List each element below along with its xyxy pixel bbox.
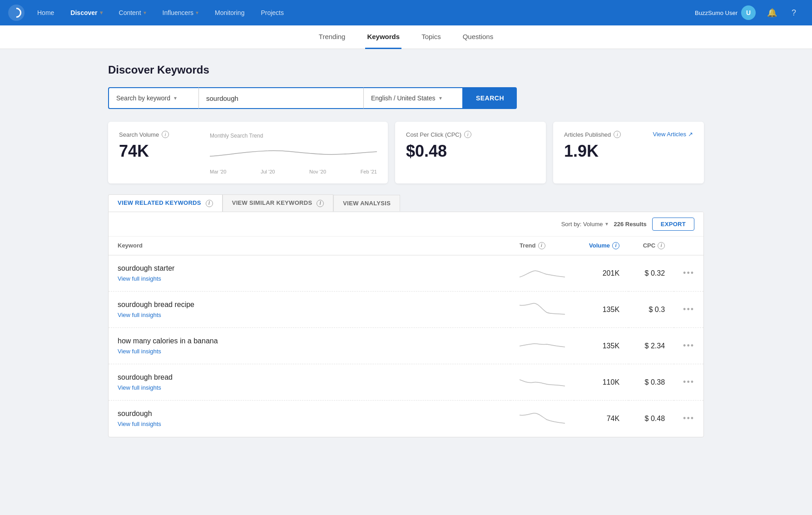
keywords-table: Keyword Trend i Volume i: [109, 237, 703, 437]
nav-item-discover[interactable]: Discover ▾: [62, 0, 110, 25]
notification-bell-icon[interactable]: 🔔: [761, 0, 783, 25]
volume-cell-2: 135K: [574, 328, 629, 364]
search-volume-info-icon[interactable]: i: [162, 131, 169, 138]
keyword-cell-4: sourdough View full insights: [109, 401, 510, 437]
row-more-icon-4[interactable]: •••: [683, 414, 694, 423]
col-header-actions: [674, 237, 703, 255]
articles-info-icon[interactable]: i: [614, 131, 621, 138]
more-actions-cell-3: •••: [674, 364, 703, 401]
locale-dropdown[interactable]: English / United States ▾: [363, 87, 463, 109]
search-type-dropdown[interactable]: Search by keyword ▾: [108, 87, 199, 109]
tab-keywords[interactable]: Keywords: [365, 25, 401, 49]
keyword-cell-0: sourdough starter View full insights: [109, 255, 510, 292]
keyword-name-3: sourdough bread: [118, 373, 501, 381]
cpc-info-icon[interactable]: i: [464, 131, 471, 138]
keyword-name-0: sourdough starter: [118, 264, 501, 272]
sort-by-control[interactable]: Sort by: Volume ▾: [561, 221, 609, 228]
similar-keywords-info-icon[interactable]: i: [317, 200, 324, 207]
volume-col-info-icon[interactable]: i: [612, 242, 619, 249]
search-bar: Search by keyword ▾ English / United Sta…: [108, 87, 517, 109]
nav-item-projects[interactable]: Projects: [253, 0, 292, 25]
discover-dropdown-icon: ▾: [100, 10, 103, 16]
articles-value: 1.9K: [564, 142, 693, 161]
external-link-icon: ↗: [688, 131, 693, 138]
table-toolbar: Sort by: Volume ▾ 226 Results EXPORT: [109, 212, 703, 237]
view-insights-link-1[interactable]: View full insights: [118, 312, 161, 318]
tab-related-keywords[interactable]: VIEW RELATED KEYWORDS i: [108, 194, 223, 212]
stats-row: Search Volume i 74K Monthly Search Trend…: [108, 122, 704, 183]
sparkline-1: [520, 301, 565, 317]
keyword-name-1: sourdough bread recipe: [118, 301, 501, 309]
cpc-cell-4: $ 0.48: [629, 401, 674, 437]
keyword-tabs: VIEW RELATED KEYWORDS i VIEW SIMILAR KEY…: [108, 194, 704, 212]
table-header-row: Keyword Trend i Volume i: [109, 237, 703, 255]
chart-x-labels: Mar '20 Jul '20 Nov '20 Feb '21: [210, 169, 377, 174]
help-icon[interactable]: ?: [783, 0, 805, 25]
trend-cell-4: [510, 401, 574, 437]
nav-item-content[interactable]: Content ▾: [111, 0, 154, 25]
trend-cell-2: [510, 328, 574, 364]
articles-label: Articles Published: [564, 131, 611, 138]
nav-item-monitoring[interactable]: Monitoring: [207, 0, 253, 25]
table-row: sourdough starter View full insights 201…: [109, 255, 703, 292]
row-more-icon-0[interactable]: •••: [683, 268, 694, 277]
chart-label: Monthly Search Trend: [210, 133, 377, 139]
nav-item-home[interactable]: Home: [29, 0, 62, 25]
search-input[interactable]: [199, 87, 363, 109]
user-name: BuzzSumo User: [695, 10, 738, 16]
page-title: Discover Keywords: [108, 64, 704, 76]
tab-view-analysis[interactable]: VIEW ANALYSIS: [333, 195, 400, 211]
col-header-volume: Volume i: [574, 237, 629, 255]
content-dropdown-icon: ▾: [144, 10, 146, 16]
user-menu[interactable]: BuzzSumo User U: [689, 5, 761, 20]
row-more-icon-2[interactable]: •••: [683, 341, 694, 350]
tab-trending[interactable]: Trending: [317, 25, 347, 49]
brand-logo: [7, 4, 25, 22]
table-row: how many calories in a banana View full …: [109, 328, 703, 364]
more-actions-cell-4: •••: [674, 401, 703, 437]
view-insights-link-2[interactable]: View full insights: [118, 348, 161, 355]
view-insights-link-4[interactable]: View full insights: [118, 421, 161, 427]
top-nav: Home Discover ▾ Content ▾ Influencers ▾ …: [0, 0, 812, 25]
col-header-keyword: Keyword: [109, 237, 510, 255]
more-actions-cell-1: •••: [674, 292, 703, 328]
keyword-name-2: how many calories in a banana: [118, 337, 501, 345]
tab-topics[interactable]: Topics: [420, 25, 443, 49]
locale-chevron-icon: ▾: [439, 95, 442, 101]
export-button[interactable]: EXPORT: [652, 218, 694, 231]
table-row: sourdough bread View full insights 110K …: [109, 364, 703, 401]
view-articles-link[interactable]: View Articles ↗: [653, 131, 693, 138]
secondary-nav: Trending Keywords Topics Questions: [0, 25, 812, 49]
search-volume-label: Search Volume: [119, 131, 159, 138]
search-type-label: Search by keyword: [116, 94, 170, 102]
cpc-label: Cost Per Click (CPC): [406, 131, 461, 138]
view-insights-link-0[interactable]: View full insights: [118, 275, 161, 282]
volume-cell-3: 110K: [574, 364, 629, 401]
tab-questions[interactable]: Questions: [461, 25, 495, 49]
nav-item-influencers[interactable]: Influencers ▾: [154, 0, 207, 25]
trend-col-info-icon[interactable]: i: [538, 242, 545, 249]
trend-cell-0: [510, 255, 574, 292]
cpc-cell-0: $ 0.32: [629, 255, 674, 292]
results-count: 226 Results: [614, 221, 646, 228]
tab-similar-keywords[interactable]: VIEW SIMILAR KEYWORDS i: [223, 194, 334, 212]
avatar: U: [741, 5, 756, 20]
volume-cell-1: 135K: [574, 292, 629, 328]
main-content: Discover Keywords Search by keyword ▾ En…: [97, 49, 715, 448]
sparkline-4: [520, 410, 565, 426]
sort-chevron-icon: ▾: [605, 221, 608, 227]
trend-cell-1: [510, 292, 574, 328]
col-header-trend: Trend i: [510, 237, 574, 255]
col-header-cpc: CPC i: [629, 237, 674, 255]
view-insights-link-3[interactable]: View full insights: [118, 384, 161, 391]
articles-card: Articles Published i View Articles ↗ 1.9…: [553, 122, 704, 183]
cpc-cell-3: $ 0.38: [629, 364, 674, 401]
related-keywords-info-icon[interactable]: i: [206, 200, 213, 207]
nav-items: Home Discover ▾ Content ▾ Influencers ▾ …: [29, 0, 689, 25]
row-more-icon-3[interactable]: •••: [683, 377, 694, 386]
search-button[interactable]: SEARCH: [463, 87, 517, 109]
trend-cell-3: [510, 364, 574, 401]
row-more-icon-1[interactable]: •••: [683, 305, 694, 314]
cpc-col-info-icon[interactable]: i: [658, 242, 665, 249]
table-row: sourdough bread recipe View full insight…: [109, 292, 703, 328]
